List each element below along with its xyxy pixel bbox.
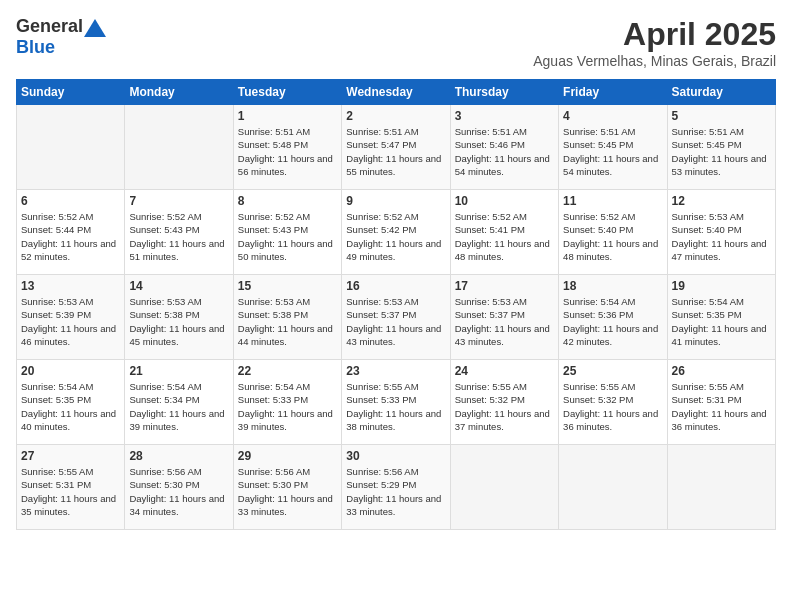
day-info: Sunrise: 5:55 AMSunset: 5:31 PMDaylight:… — [672, 380, 771, 433]
day-number: 9 — [346, 194, 445, 208]
day-info: Sunrise: 5:55 AMSunset: 5:31 PMDaylight:… — [21, 465, 120, 518]
calendar-cell — [17, 105, 125, 190]
calendar-cell: 1Sunrise: 5:51 AMSunset: 5:48 PMDaylight… — [233, 105, 341, 190]
day-info: Sunrise: 5:54 AMSunset: 5:36 PMDaylight:… — [563, 295, 662, 348]
calendar-week-row: 6Sunrise: 5:52 AMSunset: 5:44 PMDaylight… — [17, 190, 776, 275]
day-of-week-header: Wednesday — [342, 80, 450, 105]
day-number: 10 — [455, 194, 554, 208]
day-number: 1 — [238, 109, 337, 123]
calendar-cell: 26Sunrise: 5:55 AMSunset: 5:31 PMDayligh… — [667, 360, 775, 445]
logo-icon — [84, 19, 106, 37]
day-info: Sunrise: 5:54 AMSunset: 5:35 PMDaylight:… — [672, 295, 771, 348]
calendar-cell — [559, 445, 667, 530]
svg-marker-0 — [84, 19, 106, 37]
calendar-title: April 2025 — [533, 16, 776, 53]
calendar-cell — [450, 445, 558, 530]
day-number: 30 — [346, 449, 445, 463]
calendar-cell — [667, 445, 775, 530]
day-of-week-header: Sunday — [17, 80, 125, 105]
day-of-week-header: Monday — [125, 80, 233, 105]
day-number: 17 — [455, 279, 554, 293]
day-info: Sunrise: 5:56 AMSunset: 5:30 PMDaylight:… — [238, 465, 337, 518]
calendar-subtitle: Aguas Vermelhas, Minas Gerais, Brazil — [533, 53, 776, 69]
calendar-header: General Blue April 2025 Aguas Vermelhas,… — [16, 16, 776, 69]
day-number: 29 — [238, 449, 337, 463]
day-number: 25 — [563, 364, 662, 378]
day-of-week-header: Saturday — [667, 80, 775, 105]
calendar-cell: 4Sunrise: 5:51 AMSunset: 5:45 PMDaylight… — [559, 105, 667, 190]
calendar-cell: 16Sunrise: 5:53 AMSunset: 5:37 PMDayligh… — [342, 275, 450, 360]
day-info: Sunrise: 5:55 AMSunset: 5:32 PMDaylight:… — [455, 380, 554, 433]
calendar-week-row: 27Sunrise: 5:55 AMSunset: 5:31 PMDayligh… — [17, 445, 776, 530]
day-number: 2 — [346, 109, 445, 123]
day-number: 27 — [21, 449, 120, 463]
calendar-week-row: 13Sunrise: 5:53 AMSunset: 5:39 PMDayligh… — [17, 275, 776, 360]
day-number: 26 — [672, 364, 771, 378]
day-info: Sunrise: 5:52 AMSunset: 5:40 PMDaylight:… — [563, 210, 662, 263]
day-info: Sunrise: 5:56 AMSunset: 5:29 PMDaylight:… — [346, 465, 445, 518]
day-info: Sunrise: 5:55 AMSunset: 5:33 PMDaylight:… — [346, 380, 445, 433]
calendar-cell: 6Sunrise: 5:52 AMSunset: 5:44 PMDaylight… — [17, 190, 125, 275]
day-number: 14 — [129, 279, 228, 293]
calendar-cell: 11Sunrise: 5:52 AMSunset: 5:40 PMDayligh… — [559, 190, 667, 275]
day-of-week-header: Thursday — [450, 80, 558, 105]
day-info: Sunrise: 5:55 AMSunset: 5:32 PMDaylight:… — [563, 380, 662, 433]
day-info: Sunrise: 5:51 AMSunset: 5:46 PMDaylight:… — [455, 125, 554, 178]
calendar-cell: 20Sunrise: 5:54 AMSunset: 5:35 PMDayligh… — [17, 360, 125, 445]
logo: General Blue — [16, 16, 107, 58]
calendar-cell: 15Sunrise: 5:53 AMSunset: 5:38 PMDayligh… — [233, 275, 341, 360]
day-number: 5 — [672, 109, 771, 123]
calendar-cell: 19Sunrise: 5:54 AMSunset: 5:35 PMDayligh… — [667, 275, 775, 360]
calendar-cell: 8Sunrise: 5:52 AMSunset: 5:43 PMDaylight… — [233, 190, 341, 275]
calendar-cell: 27Sunrise: 5:55 AMSunset: 5:31 PMDayligh… — [17, 445, 125, 530]
calendar-cell: 18Sunrise: 5:54 AMSunset: 5:36 PMDayligh… — [559, 275, 667, 360]
calendar-cell: 28Sunrise: 5:56 AMSunset: 5:30 PMDayligh… — [125, 445, 233, 530]
day-header-row: SundayMondayTuesdayWednesdayThursdayFrid… — [17, 80, 776, 105]
calendar-cell: 17Sunrise: 5:53 AMSunset: 5:37 PMDayligh… — [450, 275, 558, 360]
calendar-cell: 30Sunrise: 5:56 AMSunset: 5:29 PMDayligh… — [342, 445, 450, 530]
day-number: 12 — [672, 194, 771, 208]
calendar-week-row: 20Sunrise: 5:54 AMSunset: 5:35 PMDayligh… — [17, 360, 776, 445]
calendar-cell: 21Sunrise: 5:54 AMSunset: 5:34 PMDayligh… — [125, 360, 233, 445]
day-number: 22 — [238, 364, 337, 378]
day-info: Sunrise: 5:53 AMSunset: 5:37 PMDaylight:… — [455, 295, 554, 348]
calendar-cell: 3Sunrise: 5:51 AMSunset: 5:46 PMDaylight… — [450, 105, 558, 190]
day-info: Sunrise: 5:51 AMSunset: 5:45 PMDaylight:… — [672, 125, 771, 178]
calendar-cell: 23Sunrise: 5:55 AMSunset: 5:33 PMDayligh… — [342, 360, 450, 445]
day-info: Sunrise: 5:52 AMSunset: 5:43 PMDaylight:… — [238, 210, 337, 263]
calendar-table: SundayMondayTuesdayWednesdayThursdayFrid… — [16, 79, 776, 530]
calendar-cell: 10Sunrise: 5:52 AMSunset: 5:41 PMDayligh… — [450, 190, 558, 275]
day-number: 3 — [455, 109, 554, 123]
day-info: Sunrise: 5:51 AMSunset: 5:48 PMDaylight:… — [238, 125, 337, 178]
calendar-cell: 5Sunrise: 5:51 AMSunset: 5:45 PMDaylight… — [667, 105, 775, 190]
day-number: 15 — [238, 279, 337, 293]
day-number: 13 — [21, 279, 120, 293]
calendar-cell — [125, 105, 233, 190]
day-number: 16 — [346, 279, 445, 293]
day-number: 6 — [21, 194, 120, 208]
day-info: Sunrise: 5:54 AMSunset: 5:35 PMDaylight:… — [21, 380, 120, 433]
day-number: 20 — [21, 364, 120, 378]
day-number: 8 — [238, 194, 337, 208]
day-number: 24 — [455, 364, 554, 378]
day-info: Sunrise: 5:52 AMSunset: 5:43 PMDaylight:… — [129, 210, 228, 263]
day-info: Sunrise: 5:53 AMSunset: 5:39 PMDaylight:… — [21, 295, 120, 348]
calendar-cell: 13Sunrise: 5:53 AMSunset: 5:39 PMDayligh… — [17, 275, 125, 360]
day-number: 28 — [129, 449, 228, 463]
day-info: Sunrise: 5:54 AMSunset: 5:33 PMDaylight:… — [238, 380, 337, 433]
logo-text-general: General Blue — [16, 16, 107, 58]
calendar-cell: 29Sunrise: 5:56 AMSunset: 5:30 PMDayligh… — [233, 445, 341, 530]
calendar-cell: 22Sunrise: 5:54 AMSunset: 5:33 PMDayligh… — [233, 360, 341, 445]
day-number: 4 — [563, 109, 662, 123]
day-info: Sunrise: 5:56 AMSunset: 5:30 PMDaylight:… — [129, 465, 228, 518]
day-number: 7 — [129, 194, 228, 208]
day-number: 23 — [346, 364, 445, 378]
day-info: Sunrise: 5:53 AMSunset: 5:40 PMDaylight:… — [672, 210, 771, 263]
day-number: 21 — [129, 364, 228, 378]
day-info: Sunrise: 5:52 AMSunset: 5:41 PMDaylight:… — [455, 210, 554, 263]
day-number: 11 — [563, 194, 662, 208]
day-of-week-header: Tuesday — [233, 80, 341, 105]
calendar-cell: 7Sunrise: 5:52 AMSunset: 5:43 PMDaylight… — [125, 190, 233, 275]
day-number: 18 — [563, 279, 662, 293]
day-info: Sunrise: 5:52 AMSunset: 5:44 PMDaylight:… — [21, 210, 120, 263]
